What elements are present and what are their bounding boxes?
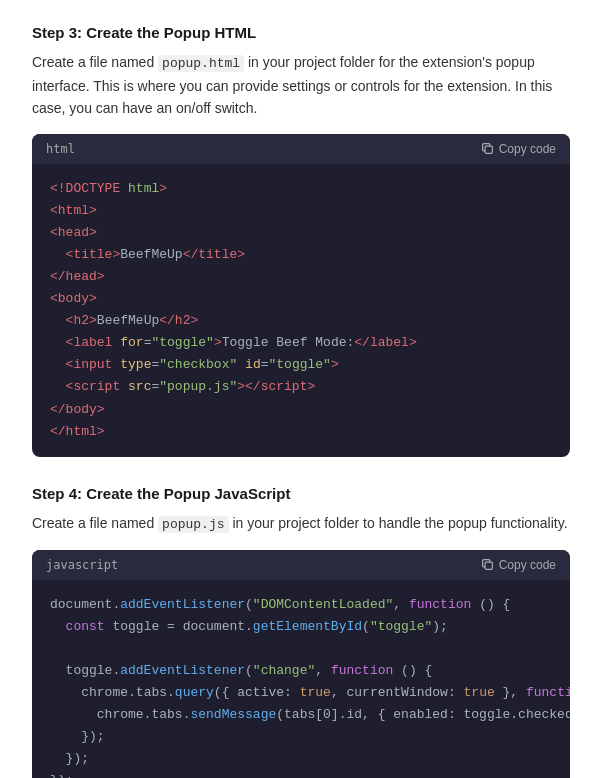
step3-description: Create a file named popup.html in your p… <box>32 51 570 120</box>
step4-heading: Step 4: Create the Popup JavaScript <box>32 485 570 502</box>
step3-code-header: html Copy code <box>32 134 570 164</box>
step4-copy-label: Copy code <box>499 558 556 572</box>
step4-lang-label: javascript <box>46 558 118 572</box>
step4-code-header: javascript Copy code <box>32 550 570 580</box>
step3-code-block: html Copy code <!DOCTYPE html> <html> <h… <box>32 134 570 457</box>
svg-rect-0 <box>485 146 492 153</box>
step4-description: Create a file named popup.js in your pro… <box>32 512 570 536</box>
step3-lang-label: html <box>46 142 75 156</box>
step4-copy-button[interactable]: Copy code <box>481 558 556 572</box>
step4-code-block: javascript Copy code document.addEventLi… <box>32 550 570 779</box>
copy-icon-2 <box>481 558 494 571</box>
step4-filename-code: popup.js <box>158 516 228 533</box>
step3-copy-label: Copy code <box>499 142 556 156</box>
step3-copy-button[interactable]: Copy code <box>481 142 556 156</box>
step4-section: Step 4: Create the Popup JavaScript Crea… <box>32 485 570 778</box>
copy-icon <box>481 142 494 155</box>
step3-code-body: <!DOCTYPE html> <html> <head> <title>Bee… <box>32 164 570 457</box>
step4-code-body: document.addEventListener("DOMContentLoa… <box>32 580 570 779</box>
step3-heading: Step 3: Create the Popup HTML <box>32 24 570 41</box>
step3-filename-code: popup.html <box>158 55 244 72</box>
step3-section: Step 3: Create the Popup HTML Create a f… <box>32 24 570 457</box>
svg-rect-1 <box>485 562 492 569</box>
